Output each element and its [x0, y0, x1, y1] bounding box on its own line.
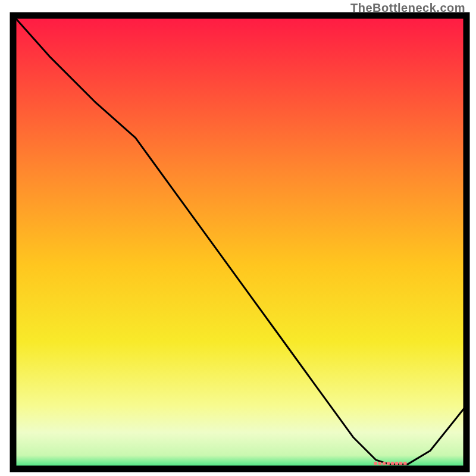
plot-area [13, 15, 466, 469]
bottleneck-chart [0, 0, 476, 476]
watermark-text: TheBottleneck.com [350, 1, 465, 15]
chart-root: TheBottleneck.com ■■■■■■■■ [0, 0, 476, 476]
optimal-range-marker: ■■■■■■■■ [374, 459, 407, 466]
gradient-background [13, 15, 466, 469]
